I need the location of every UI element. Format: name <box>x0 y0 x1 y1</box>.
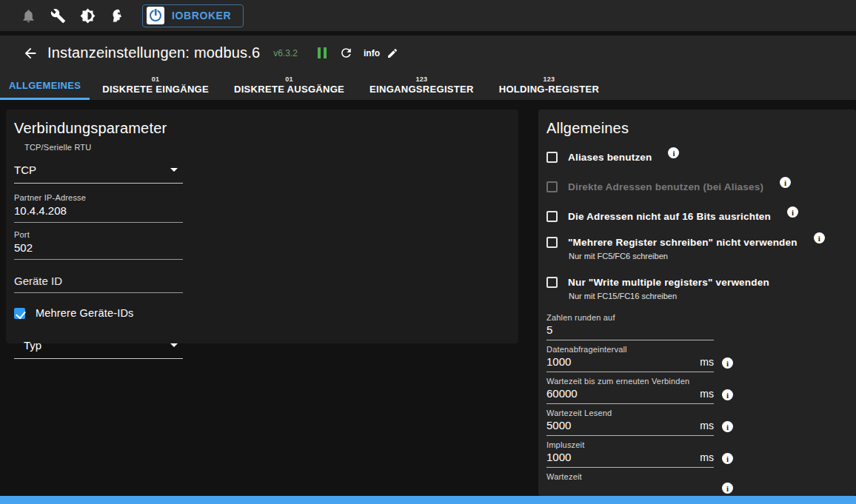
tab-bar: ALLGEMEINES 01 DISKRETE EINGÄNGE 01 DISK… <box>0 70 856 100</box>
pulse-time-input[interactable]: 1000 <box>546 451 571 463</box>
app-top-bar: IOBROKER <box>0 0 856 31</box>
poll-interval-field: Datenabfrageintervall 1000 ms i <box>546 345 714 372</box>
info-icon[interactable]: i <box>814 232 825 243</box>
no-align-16bits-row: Die Adressen nicht auf 16 Bits ausrichte… <box>546 211 856 222</box>
horizontal-scrollbar[interactable] <box>0 496 856 504</box>
refresh-icon[interactable] <box>339 46 353 60</box>
pause-instance-button[interactable] <box>315 45 329 61</box>
direct-addresses-row: Direkte Adressen benutzen (bei Aliases) … <box>546 181 856 192</box>
partner-ip-input[interactable]: 10.4.4.208 <box>14 202 183 223</box>
notifications-bell-icon[interactable] <box>13 1 43 30</box>
info-link[interactable]: info <box>364 48 380 58</box>
direct-addresses-checkbox <box>546 181 558 192</box>
back-arrow-button[interactable] <box>21 44 40 63</box>
page-title: Instanzeinstellungen: modbus.6 <box>47 44 260 61</box>
tab-holding-register[interactable]: 123 HOLDING-REGISTER <box>486 70 612 100</box>
only-write-multiple-checkbox[interactable] <box>546 277 558 288</box>
read-timeout-field: Wartezeit Lesend 5000 ms i <box>546 409 714 436</box>
general-settings-card: Allgemeines Aliases benutzen i Direkte A… <box>538 110 856 496</box>
partner-ip-field: Partner IP-Adresse 10.4.4.208 <box>14 193 183 223</box>
geraete-id-input[interactable]: Geräte ID <box>14 275 183 293</box>
expert-mode-icon[interactable] <box>102 1 132 30</box>
no-write-multiple-checkbox[interactable] <box>546 237 558 248</box>
geraete-id-field: Geräte ID <box>14 275 183 293</box>
iobroker-logo-icon <box>147 7 164 24</box>
pulse-time-field: Impluszeit 1000 ms i <box>546 440 714 468</box>
general-card-title: Allgemeines <box>546 120 856 137</box>
reconnect-wait-input[interactable]: 60000 <box>546 387 578 400</box>
multiple-device-ids-checkbox[interactable] <box>14 308 25 319</box>
theme-brightness-icon[interactable] <box>73 1 102 30</box>
instance-name: modbus.6 <box>194 44 260 61</box>
info-icon[interactable]: i <box>780 177 791 188</box>
iobroker-label: IOBROKER <box>172 10 231 21</box>
only-write-multiple-row: Nur "Write multiple registers" verwenden… <box>546 277 856 300</box>
page-title-text: Instanzeinstellungen: <box>47 44 190 61</box>
port-field: Port 502 <box>14 230 183 260</box>
settings-wrench-icon[interactable] <box>43 1 73 30</box>
use-aliases-checkbox[interactable] <box>546 152 558 163</box>
info-icon[interactable]: i <box>722 389 733 400</box>
read-timeout-input[interactable]: 5000 <box>546 419 571 431</box>
info-icon[interactable]: i <box>722 483 733 494</box>
wait-time-field: Wartezeit i <box>546 472 714 481</box>
poll-interval-input[interactable]: 1000 <box>546 355 571 368</box>
info-icon[interactable]: i <box>722 357 733 369</box>
use-aliases-row: Aliases benutzen i <box>546 152 856 163</box>
version-badge: v6.3.2 <box>273 48 298 58</box>
round-numbers-field: Zahlen runden auf 5 <box>546 313 714 340</box>
connection-card-title: Verbindungsparameter <box>14 120 518 137</box>
connection-type-select[interactable]: TCP <box>14 164 183 184</box>
no-align-16bits-checkbox[interactable] <box>546 211 558 222</box>
typ-select[interactable]: Typ <box>14 339 183 359</box>
connection-parameters-card: Verbindungsparameter TCP/Serielle RTU TC… <box>6 110 518 343</box>
tab-eingangsregister[interactable]: 123 EINGANGSREGISTER <box>357 70 486 100</box>
info-icon[interactable]: i <box>722 421 733 432</box>
multiple-device-ids-row: Mehrere Geräte-IDs <box>14 307 518 319</box>
info-icon[interactable]: i <box>668 147 679 158</box>
instance-settings-header: Instanzeinstellungen: modbus.6 v6.3.2 in… <box>0 36 856 100</box>
info-icon[interactable]: i <box>787 206 798 218</box>
iobroker-home-button[interactable]: IOBROKER <box>142 4 244 27</box>
tab-diskrete-eingaenge[interactable]: 01 DISKRETE EINGÄNGE <box>90 70 221 100</box>
tab-diskrete-ausgaenge[interactable]: 01 DISKRETE AUSGÄNGE <box>221 70 357 100</box>
round-numbers-input[interactable]: 5 <box>546 323 552 336</box>
connection-type-label: TCP/Serielle RTU <box>24 143 518 152</box>
no-write-multiple-row: "Mehrere Register schreiben" nicht verwe… <box>546 237 856 261</box>
port-input[interactable]: 502 <box>14 239 183 260</box>
tab-allgemeines[interactable]: ALLGEMEINES <box>0 70 90 100</box>
info-icon[interactable]: i <box>722 453 733 464</box>
chevron-down-icon <box>170 343 178 347</box>
edit-pencil-icon[interactable] <box>387 47 398 59</box>
chevron-down-icon <box>170 168 178 172</box>
reconnect-wait-field: Wartezeit bis zum erneuten Verbinden 600… <box>546 377 714 404</box>
